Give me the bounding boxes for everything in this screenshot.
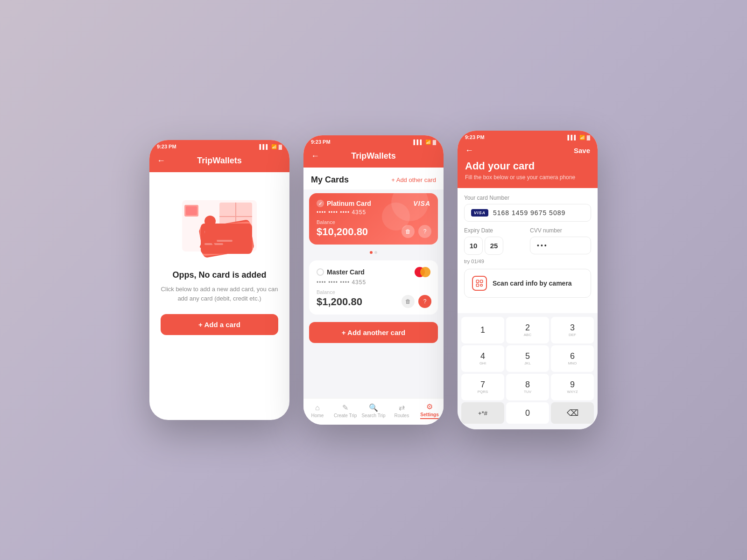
nav-routes[interactable]: ⇄ Routes	[390, 403, 413, 418]
key-5[interactable]: 5 JKL	[506, 345, 549, 372]
key-4[interactable]: 4 GHI	[461, 345, 504, 372]
nav-create-trip-label: Create Trip	[334, 413, 357, 418]
nav-home-label: Home	[311, 413, 324, 418]
status-bar-3: 9:23 PM ▌▌▌ 📶 ▓	[458, 131, 598, 142]
visa-badge: VISA	[471, 209, 488, 217]
card-number-field[interactable]: VISA 5168 1459 9675 5089	[464, 204, 591, 222]
master-balance-label: Balance	[317, 289, 430, 295]
scan-text: Scan card info by camera	[493, 280, 572, 287]
expiry-year-field[interactable]: 25	[485, 237, 503, 255]
nav-settings[interactable]: ⚙ Settings	[418, 402, 441, 419]
status-icons-3: ▌▌▌ 📶 ▓	[567, 135, 590, 140]
expiry-label: Expiry Date	[464, 227, 525, 234]
svg-rect-5	[186, 206, 197, 215]
svg-rect-13	[476, 280, 479, 282]
nav-search-trip-label: Search Trip	[361, 413, 385, 418]
add-card-nav: ← Save	[465, 146, 590, 155]
app-title-2: TripWallets	[351, 151, 395, 161]
key-7[interactable]: 7 PQRS	[461, 374, 504, 400]
key-1[interactable]: 1	[461, 317, 504, 343]
key-0[interactable]: 0	[506, 402, 549, 424]
my-cards-title: My Cards	[311, 175, 349, 185]
info-platinum-button[interactable]: ?	[418, 225, 431, 238]
back-button-1[interactable]: ←	[157, 156, 165, 166]
phone-my-cards: 9:23 PM ▌▌▌ 📶 ▓ ← TripWallets My Cards +…	[303, 135, 444, 425]
empty-desc: Click below to add a new add card, you c…	[161, 285, 278, 303]
svg-rect-14	[480, 280, 483, 282]
card-number-value: 5168 1459 9675 5089	[493, 209, 565, 217]
master-card-top: Master Card	[317, 267, 430, 277]
master-card[interactable]: Master Card •••• •••• •••• 4355 Balance …	[309, 260, 438, 315]
card-form-container: Your card Number VISA 5168 1459 9675 508…	[458, 188, 598, 313]
back-button-2[interactable]: ←	[311, 151, 319, 161]
key-6[interactable]: 6 MNO	[551, 345, 594, 372]
inactive-circle-icon	[317, 268, 324, 276]
status-bar-1: 9:23 PM ▌▌▌ 📶 ▓	[149, 140, 289, 151]
back-button-3[interactable]: ←	[465, 146, 473, 155]
nav-search-trip[interactable]: 🔍 Search Trip	[361, 403, 385, 418]
save-button[interactable]: Save	[574, 147, 590, 154]
scan-camera-button[interactable]: Scan card info by camera	[464, 269, 591, 298]
numpad: 1 2 ABC 3 DEF 4 GHI 5 J	[458, 313, 598, 429]
platinum-card[interactable]: ✓ Platinum Card VISA •••• •••• •••• 4355…	[309, 193, 438, 245]
signal-icon-1: ▌▌▌	[259, 144, 269, 149]
status-bar-2: 9:23 PM ▌▌▌ 📶 ▓	[303, 135, 444, 147]
key-3[interactable]: 3 DEF	[551, 317, 594, 343]
bottom-navigation: ⌂ Home ✎ Create Trip 🔍 Search Trip ⇄ Rou…	[303, 398, 444, 425]
time-3: 9:23 PM	[465, 134, 485, 140]
delete-platinum-button[interactable]: 🗑	[402, 225, 415, 238]
key-2[interactable]: 2 ABC	[506, 317, 549, 343]
header-1: ← TripWallets	[149, 151, 289, 172]
active-check-icon: ✓	[317, 200, 324, 207]
key-special[interactable]: +*#	[461, 402, 504, 424]
app-title-1: TripWallets	[197, 156, 241, 166]
add-card-button[interactable]: + Add a card	[161, 314, 278, 335]
expiry-month-field[interactable]: 10	[464, 237, 483, 255]
nav-home[interactable]: ⌂ Home	[306, 404, 329, 418]
phone-add-card: 9:23 PM ▌▌▌ 📶 ▓ ← Save Add your card Fil…	[458, 131, 598, 429]
dot-2	[374, 251, 377, 254]
add-other-card-link[interactable]: + Add other card	[391, 176, 436, 183]
cvv-group: CVV number •••	[530, 227, 591, 255]
search-trip-icon: 🔍	[369, 403, 378, 412]
info-master-button[interactable]: ?	[418, 295, 431, 308]
cvv-field[interactable]: •••	[530, 237, 591, 254]
key-9[interactable]: 9 WXYZ	[551, 374, 594, 400]
empty-title: Opps, No card is added	[172, 270, 266, 280]
platinum-balance-label: Balance	[317, 219, 430, 225]
add-card-header-area: ← Save Add your card Fill the box below …	[458, 142, 598, 188]
master-card-name: Master Card	[317, 268, 365, 276]
master-card-number: •••• •••• •••• 4355	[317, 279, 430, 286]
battery-icon-2: ▓	[433, 140, 436, 145]
mc-yellow-circle	[420, 267, 430, 277]
signal-icon-2: ▌▌▌	[413, 140, 423, 145]
dot-1	[370, 251, 373, 254]
numpad-row-4: +*# 0 ⌫	[461, 402, 594, 424]
cvv-label: CVV number	[530, 227, 591, 234]
add-card-subtitle: Fill the box below or use your camera ph…	[465, 174, 590, 181]
status-icons-1: ▌▌▌ 📶 ▓	[259, 144, 282, 149]
numpad-row-1: 1 2 ABC 3 DEF	[461, 317, 594, 343]
card-dots-indicator	[303, 248, 444, 257]
expiry-cvv-row: Expiry Date 10 25 CVV number •••	[464, 227, 591, 255]
numpad-row-3: 7 PQRS 8 TUV 9 WXYZ	[461, 374, 594, 400]
empty-state-content: Opps, No card is added Click below to ad…	[149, 172, 289, 349]
key-delete[interactable]: ⌫	[551, 402, 594, 424]
header-2: ← TripWallets	[303, 147, 444, 168]
numpad-row-2: 4 GHI 5 JKL 6 MNO	[461, 345, 594, 372]
status-icons-2: ▌▌▌ 📶 ▓	[413, 140, 436, 145]
delete-master-button[interactable]: 🗑	[402, 295, 415, 308]
wifi-icon-1: 📶	[271, 144, 277, 149]
nav-create-trip[interactable]: ✎ Create Trip	[334, 403, 357, 418]
key-8[interactable]: 8 TUV	[506, 374, 549, 400]
time-1: 9:23 PM	[157, 144, 176, 149]
wifi-icon-3: 📶	[579, 135, 585, 140]
routes-icon: ⇄	[399, 403, 405, 412]
nav-routes-label: Routes	[394, 413, 409, 418]
signal-icon-3: ▌▌▌	[567, 135, 577, 140]
home-icon: ⌂	[315, 404, 320, 412]
nav-settings-label: Settings	[420, 412, 438, 419]
card-number-label: Your card Number	[464, 195, 591, 201]
add-another-card-button[interactable]: + Add another card	[309, 322, 438, 343]
my-cards-content: My Cards + Add other card ✓ Platinum Car…	[303, 168, 444, 425]
